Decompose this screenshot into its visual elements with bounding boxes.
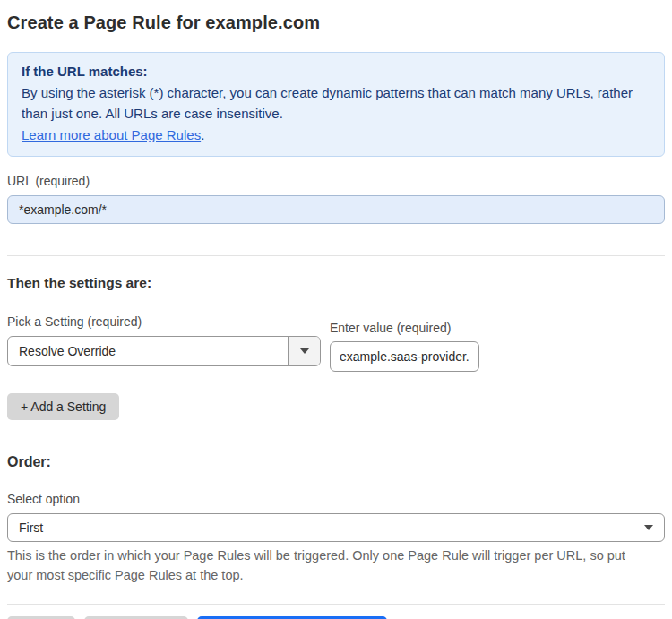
order-select-value: First: [8, 514, 54, 541]
order-select-label: Select option: [7, 492, 665, 506]
order-help-text: This is the order in which your Page Rul…: [7, 546, 652, 585]
value-field-label: Enter value (required): [330, 321, 479, 335]
value-field-group: Enter value (required): [330, 314, 479, 372]
add-setting-button[interactable]: + Add a Setting: [7, 393, 119, 420]
chevron-down-icon: [300, 348, 309, 354]
create-page-rule-panel: Create a Page Rule for example.com If th…: [0, 0, 672, 619]
footer-divider: [7, 604, 665, 605]
order-section-heading: Order:: [7, 454, 665, 470]
page-title: Create a Page Rule for example.com: [7, 0, 665, 33]
info-box-body: By using the asterisk (*) character, you…: [22, 82, 650, 125]
setting-select-label: Pick a Setting (required): [7, 314, 321, 329]
order-select[interactable]: First: [7, 513, 665, 542]
url-match-info-box: If the URL matches: By using the asteris…: [7, 52, 665, 157]
info-box-link-line: Learn more about Page Rules.: [22, 125, 650, 146]
setting-select-group: Pick a Setting (required) Resolve Overri…: [7, 314, 321, 366]
setting-select-arrow-button[interactable]: [288, 337, 320, 365]
info-box-heading: If the URL matches:: [22, 61, 650, 82]
order-select-arrow: [644, 514, 653, 541]
setting-select-value: Resolve Override: [8, 337, 126, 365]
url-input[interactable]: [7, 195, 665, 224]
learn-more-link[interactable]: Learn more about Page Rules: [22, 127, 201, 142]
setting-select[interactable]: Resolve Override: [7, 336, 321, 366]
section-divider: [7, 434, 665, 434]
section-divider: [7, 255, 665, 256]
setting-value-input[interactable]: [330, 341, 479, 372]
chevron-down-icon: [644, 525, 653, 530]
url-field-label: URL (required): [7, 174, 665, 188]
settings-row: Pick a Setting (required) Resolve Overri…: [7, 314, 665, 372]
link-suffix: .: [201, 127, 204, 142]
settings-section-heading: Then the settings are:: [7, 275, 665, 291]
